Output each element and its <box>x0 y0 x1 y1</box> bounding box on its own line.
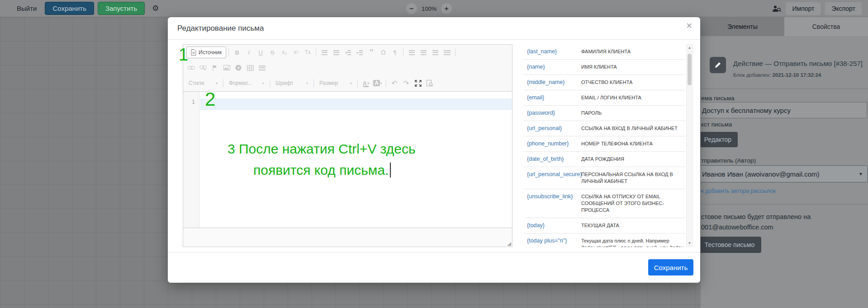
modal-footer-divider <box>168 252 700 252</box>
preview-icon[interactable] <box>424 78 436 89</box>
numbered-list-icon[interactable] <box>318 47 330 58</box>
flash-icon[interactable] <box>232 62 244 73</box>
variable-link[interactable]: {email} <box>527 94 581 101</box>
align-left-icon[interactable] <box>406 47 417 58</box>
zoom-level: 100% <box>422 5 436 12</box>
subject-input[interactable] <box>701 102 867 118</box>
horizontal-rule-icon[interactable] <box>256 62 268 73</box>
variable-description: НОМЕР ТЕЛЕФОНА КЛИЕНТА <box>581 140 685 147</box>
action-title: Действие — Отправить письмо [#38-257] <box>733 60 863 67</box>
variable-link[interactable]: {last_name} <box>527 48 581 55</box>
sender-select-value: Иванов Иван (awoivanov@gmail.com) <box>702 170 820 178</box>
subscript-icon[interactable]: X₂ <box>278 47 290 58</box>
toolbar-row-1: Источник B I U S X₂ X² Tx ◂ ▸ ” Ω <box>185 45 510 60</box>
variable-link[interactable]: {today} <box>527 222 581 229</box>
superscript-icon[interactable]: X² <box>290 47 302 58</box>
run-button[interactable]: Запустить <box>98 2 145 15</box>
align-center-icon[interactable] <box>417 47 429 58</box>
action-icon-tile <box>710 57 726 73</box>
strikethrough-icon[interactable]: S <box>266 47 278 58</box>
scroll-down-icon[interactable]: ▼ <box>687 240 693 247</box>
variable-link[interactable]: {today plus="n"} <box>527 238 581 247</box>
text-caret <box>390 163 391 177</box>
div-container-icon[interactable]: ¶ <box>389 47 401 58</box>
annotation-step-3-line2: появится код письма. <box>253 159 416 181</box>
side-tabs: Элементы Свойства <box>701 17 868 36</box>
variable-link[interactable]: {middle_name} <box>527 79 581 86</box>
block-added-value: 2021-12-10 17:32:24 <box>772 72 821 78</box>
edit-email-modal: Редактирование письма × Источник B I U S… <box>168 17 700 283</box>
variable-link[interactable]: {date_of_birth} <box>527 156 581 163</box>
variable-description: ССЫЛКА НА ВХОД В ЛИЧНЫЙ КАБИНЕТ <box>581 125 685 132</box>
app-root: Выйти Сохранить Запустить ⚙ − 100% + Имп… <box>0 0 868 308</box>
editor-status-bar: ◢ <box>183 228 512 247</box>
toolbar-separator <box>270 79 270 87</box>
variable-link[interactable]: {password} <box>527 110 581 117</box>
line-number-gutter: 1 <box>183 92 199 228</box>
test-email-button[interactable]: Тестовое письмо <box>701 237 761 253</box>
indent-icon[interactable]: ▸ <box>354 47 365 58</box>
variable-row: {last_name} ФАМИЛИЯ КЛИЕНТА <box>524 44 685 60</box>
import-button[interactable]: Импорт <box>786 2 821 15</box>
variable-link[interactable]: {unsubscribe_link} <box>527 193 581 214</box>
align-justify-icon[interactable] <box>441 47 453 58</box>
variable-link[interactable]: {phone_number} <box>527 140 581 147</box>
align-right-icon[interactable] <box>429 47 441 58</box>
gear-icon[interactable]: ⚙ <box>152 4 159 13</box>
user-search-icon[interactable] <box>772 5 781 12</box>
outdent-icon[interactable]: ◂ <box>342 47 354 58</box>
line-number: 1 <box>192 99 195 105</box>
variable-row: {phone_number} НОМЕР ТЕЛЕФОНА КЛИЕНТА <box>524 136 685 152</box>
variable-description: ПАРОЛЬ <box>581 110 685 117</box>
modal-save-button[interactable]: Сохранить <box>648 259 693 275</box>
tab-elements[interactable]: Элементы <box>701 17 784 36</box>
add-author-link[interactable]: к добавить автора рассылок <box>701 188 776 194</box>
exit-button[interactable]: Выйти <box>12 2 41 15</box>
redo-icon[interactable]: ↷ <box>400 78 412 89</box>
styles-dropdown[interactable]: Стили▾ <box>185 80 221 86</box>
bold-icon[interactable]: B <box>231 47 243 58</box>
unlink-icon[interactable] <box>197 62 209 73</box>
bullet-list-icon[interactable] <box>330 47 342 58</box>
close-icon[interactable]: × <box>686 21 692 31</box>
scroll-up-icon[interactable]: ▲ <box>687 45 693 51</box>
editor-button[interactable]: Редактор <box>701 132 738 147</box>
font-dropdown[interactable]: Шрифт▾ <box>272 80 311 86</box>
block-added-label: Блок добавлен: <box>733 72 771 78</box>
maximize-icon[interactable] <box>412 78 424 89</box>
source-button[interactable]: Источник <box>186 47 226 58</box>
size-dropdown[interactable]: Размер▾ <box>316 80 355 86</box>
save-workflow-button[interactable]: Сохранить <box>45 2 94 15</box>
chevron-down-icon: ▾ <box>859 171 862 177</box>
toolbar-separator <box>386 79 386 87</box>
image-icon[interactable] <box>221 62 232 73</box>
test-note-line2: 001@autoweboffice.com <box>701 224 773 231</box>
bg-color-icon[interactable]: A▾ <box>372 78 384 89</box>
table-icon[interactable] <box>244 62 256 73</box>
scrollbar-thumb[interactable] <box>688 54 692 85</box>
blockquote-icon[interactable]: ” <box>365 47 377 58</box>
top-toolbar: Выйти Сохранить Запустить ⚙ − 100% + Имп… <box>0 0 868 17</box>
underline-icon[interactable]: U <box>255 47 266 58</box>
resize-handle-icon[interactable]: ◢ <box>508 241 511 246</box>
remove-format-icon[interactable]: Tx <box>302 47 313 58</box>
anchor-flag-icon[interactable] <box>209 62 221 73</box>
variable-link[interactable]: {name} <box>527 64 581 70</box>
text-color-icon[interactable]: A▾ <box>360 78 372 89</box>
export-button[interactable]: Экспорт <box>825 2 862 15</box>
toolbar-separator <box>228 48 229 56</box>
annotation-step-3: 3 После нажатия Ctrl+V здесь появится ко… <box>228 138 416 181</box>
format-dropdown[interactable]: Формат...▾ <box>226 80 267 86</box>
special-char-icon[interactable]: Ω <box>377 47 389 58</box>
variables-scrollbar[interactable]: ▲ ▼ <box>686 44 693 247</box>
undo-icon[interactable]: ↶ <box>389 78 400 89</box>
sender-select[interactable]: Иванов Иван (awoivanov@gmail.com) ▾ <box>701 165 868 182</box>
italic-icon[interactable]: I <box>243 47 255 58</box>
variable-link[interactable]: {url_personal_secure} <box>527 171 581 185</box>
zoom-in-button[interactable]: + <box>441 3 452 14</box>
variable-link[interactable]: {url_personal} <box>527 125 581 132</box>
chevron-down-icon: ▾ <box>306 81 308 85</box>
zoom-out-button[interactable]: − <box>406 3 417 14</box>
tab-properties[interactable]: Свойства <box>784 17 868 36</box>
variable-row: {url_personal_secure} ПЕРСОНАЛЬНАЯ ССЫЛК… <box>524 167 685 189</box>
